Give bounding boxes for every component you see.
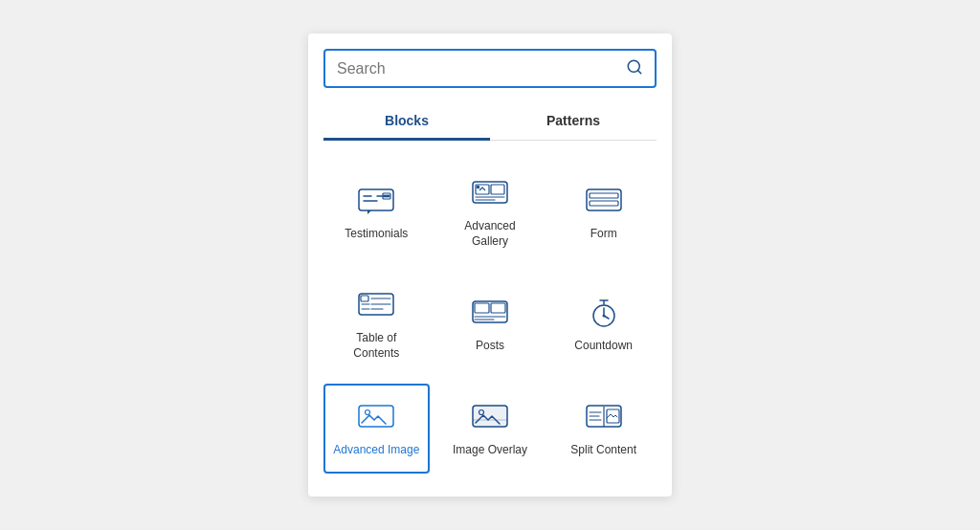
search-box <box>323 49 657 88</box>
block-label: Posts <box>476 339 504 354</box>
svg-point-5 <box>387 195 388 196</box>
block-item-table-of-contents[interactable]: Table of Contents <box>323 272 430 376</box>
block-item-split-content[interactable]: Split Content <box>550 384 657 474</box>
block-inserter-panel: Blocks Patterns Testimonials <box>308 33 672 497</box>
testimonials-icon <box>357 187 395 217</box>
block-label: Advanced Image <box>333 443 419 458</box>
svg-rect-2 <box>359 189 393 210</box>
svg-rect-13 <box>590 201 618 206</box>
split-content-icon <box>585 403 623 433</box>
tabs: Blocks Patterns <box>323 103 657 141</box>
svg-rect-18 <box>491 303 505 313</box>
svg-point-4 <box>385 195 386 196</box>
svg-rect-9 <box>491 185 504 194</box>
block-item-testimonials[interactable]: Testimonials <box>323 160 430 264</box>
block-item-posts[interactable]: Posts <box>437 272 544 376</box>
block-item-image-overlay[interactable]: Image Overlay <box>437 384 544 474</box>
block-label: Table of Contents <box>333 331 420 361</box>
svg-point-20 <box>602 315 605 318</box>
svg-point-22 <box>366 410 370 415</box>
block-item-advanced-image[interactable]: Advanced Image <box>323 384 430 474</box>
block-label: Split Content <box>570 443 636 458</box>
table-of-contents-icon <box>357 291 395 321</box>
blocks-grid: Testimonials Advanced Gallery <box>323 160 657 474</box>
svg-rect-12 <box>590 193 618 198</box>
advanced-gallery-icon <box>471 179 509 210</box>
block-item-countdown[interactable]: Countdown <box>550 272 657 376</box>
search-input[interactable] <box>337 60 618 77</box>
form-icon <box>585 187 623 217</box>
svg-rect-11 <box>587 189 621 210</box>
image-overlay-icon <box>471 403 509 433</box>
svg-line-1 <box>637 71 640 74</box>
block-label: Testimonials <box>345 227 408 242</box>
countdown-icon <box>585 298 623 329</box>
search-container <box>323 49 657 88</box>
tab-blocks[interactable]: Blocks <box>323 103 490 141</box>
tab-patterns[interactable]: Patterns <box>490 103 657 141</box>
block-label: Image Overlay <box>453 443 527 458</box>
svg-rect-15 <box>361 296 368 301</box>
search-icon <box>626 58 643 78</box>
svg-rect-17 <box>475 303 489 313</box>
block-label: Form <box>590 227 617 242</box>
posts-icon <box>471 298 509 329</box>
block-item-advanced-gallery[interactable]: Advanced Gallery <box>437 160 544 264</box>
block-label: Countdown <box>574 339 633 354</box>
svg-point-6 <box>389 195 390 196</box>
advanced-image-icon <box>357 403 395 433</box>
svg-rect-21 <box>359 406 393 427</box>
block-item-form[interactable]: Form <box>550 160 657 264</box>
block-label: Advanced Gallery <box>447 219 534 249</box>
svg-rect-24 <box>473 406 507 427</box>
svg-point-10 <box>477 187 479 188</box>
